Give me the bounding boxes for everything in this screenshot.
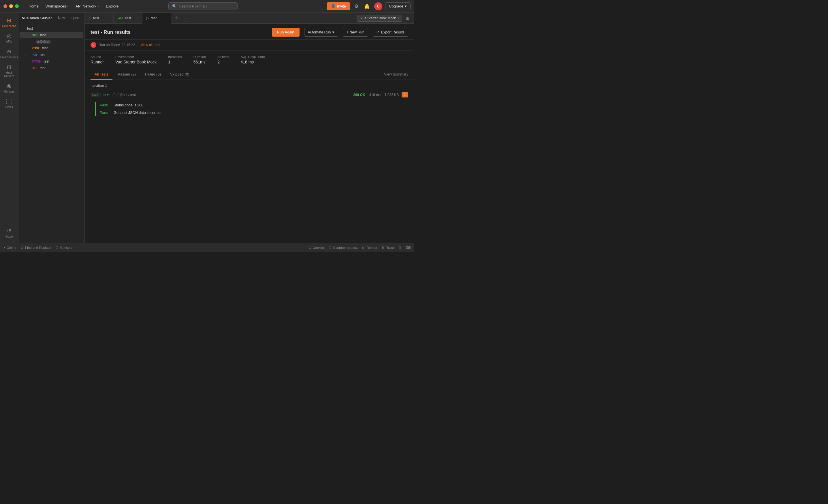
new-run-button[interactable]: + New Run — [343, 28, 368, 37]
request-method-badge: GET — [90, 92, 100, 97]
test-description: Status code is 200 — [114, 103, 143, 107]
view-all-runs-link[interactable]: View all runs — [141, 43, 160, 47]
search-input[interactable] — [179, 4, 234, 8]
tree-item-del-test[interactable]: › DEL test — [19, 65, 83, 71]
iteration-header: Iteration 1 — [85, 80, 414, 90]
chevron-down-icon: ▾ — [405, 4, 407, 8]
run-results-header: test - Run results Run Again Automate Ru… — [85, 24, 414, 40]
minimize-button[interactable] — [9, 4, 13, 8]
upgrade-button[interactable]: Upgrade ▾ — [385, 2, 411, 10]
tree-item-get-test[interactable]: › GET test — [19, 32, 83, 38]
workspace-name: Vue Mock Server — [22, 16, 54, 20]
tree-item-patch-test[interactable]: › PATCH test — [19, 58, 83, 65]
default-badge: ⊞ Default — [36, 40, 51, 44]
runner-tab-icon: ▷ — [89, 16, 91, 20]
console-button[interactable]: ⊡ Console — [56, 246, 72, 250]
tab-3[interactable]: ▷ test — [142, 13, 171, 24]
test-description: Get /test JSON data is correct — [114, 111, 161, 115]
collections-icon: ⊞ — [7, 17, 11, 24]
request-name: test — [104, 93, 110, 97]
avatar[interactable]: U — [374, 2, 382, 10]
import-button[interactable]: Import — [68, 15, 81, 21]
console-icon: ⊡ — [56, 246, 58, 250]
bottom-bar-right: ⊙ Cookies ⊡ Capture requests ▷ Runner 🗑 … — [308, 246, 411, 250]
toolbar-right: 👤 Invite ⚙ 🔔 U Upgrade ▾ — [327, 2, 411, 10]
sidebar-item-history[interactable]: ↺ History — [1, 225, 17, 241]
run-timestamp: Run on Today, 23:15:22 — [98, 43, 135, 47]
filter-tab-passed[interactable]: Passed (2) — [114, 69, 140, 80]
sidebar-item-monitors[interactable]: ◉ Monitors — [1, 80, 17, 95]
tabs-bar-right: Vue Starter Book Mock ▾ ⊞ — [357, 14, 414, 22]
capture-icon: ⊡ — [329, 246, 332, 250]
view-summary-button[interactable]: View Summary — [384, 70, 408, 79]
sidebar-header-actions: New Import — [56, 15, 81, 21]
nav-workspaces[interactable]: Workspaces ▾ — [43, 3, 72, 10]
filter-tab-all[interactable]: All Tests — [90, 69, 113, 80]
runner-button[interactable]: ▷ Runner — [362, 246, 377, 250]
tabs-bar: ▷ test GET test ▷ test + ··· Vue Starter… — [85, 13, 414, 24]
history-icon: ↺ — [7, 228, 11, 234]
sidebar-item-mock-servers[interactable]: ⊡ Mock Servers — [1, 62, 17, 80]
tab-1[interactable]: ▷ test — [85, 13, 114, 24]
tree-item-post-test[interactable]: › POST test — [19, 45, 83, 51]
sidebar-icons: ⊞ Collections ◎ APIs ⊛ Environments ⊡ Mo… — [0, 13, 18, 243]
new-collection-button[interactable]: New — [56, 15, 67, 21]
method-badge-get: GET — [31, 34, 39, 37]
notifications-button[interactable]: 🔔 — [363, 2, 371, 10]
environment-settings-button[interactable]: ⊞ — [405, 14, 411, 22]
search-icon: 🔍 — [172, 4, 177, 8]
filter-tabs: All Tests Passed (2) Failed (0) Skipped … — [85, 69, 414, 80]
chevron-icon: › — [25, 60, 30, 63]
grid-view-button[interactable]: ⊞ — [399, 246, 402, 250]
run-again-button[interactable]: Run Again — [272, 28, 299, 37]
more-tabs-button[interactable]: ··· — [181, 13, 191, 24]
trash-button[interactable]: 🗑 Trash — [381, 246, 395, 250]
cookies-button[interactable]: ⊙ Cookies — [308, 246, 325, 250]
stat-duration: Duration 561ms — [194, 55, 206, 64]
content-area: test - Run results Run Again Automate Ru… — [85, 24, 414, 243]
tab-2[interactable]: GET test — [114, 13, 142, 24]
export-icon: ↗ — [376, 30, 380, 34]
mock-servers-icon: ⊡ — [7, 64, 11, 70]
test-pass-label: Pass — [100, 103, 110, 107]
maximize-button[interactable] — [15, 4, 19, 8]
sidebar-item-collections[interactable]: ⊞ Collections — [1, 15, 17, 30]
sidebar-item-apis[interactable]: ◎ APIs — [1, 31, 17, 46]
runner-tab-icon: ▷ — [147, 16, 149, 20]
tree-collection-root[interactable]: › test — [19, 26, 83, 32]
automate-run-button[interactable]: Automate Run ▾ — [304, 28, 338, 37]
test-results: Pass Status code is 200 Pass Get /test J… — [85, 100, 414, 118]
filter-tab-failed[interactable]: Failed (0) — [141, 69, 165, 80]
stat-source: Source Runner — [90, 55, 104, 64]
invite-button[interactable]: 👤 Invite — [327, 2, 350, 10]
close-button[interactable] — [3, 4, 7, 8]
get-method-icon: GET — [118, 16, 124, 19]
run-avatar: U — [90, 42, 96, 48]
sidebar-item-environments[interactable]: ⊛ Environments — [1, 46, 17, 61]
test-result-row-2: Pass Get /test JSON data is correct — [95, 109, 408, 116]
request-row[interactable]: GET test {{url}}/test / test 200 OK 418 … — [85, 90, 414, 100]
keyboard-shortcut-button[interactable]: ⌨ — [406, 246, 411, 250]
sidebar-item-flows[interactable]: ⋮⋮ Flows — [1, 96, 17, 111]
stat-environment: Environment Vue Starter Book Mock — [115, 55, 157, 64]
find-replace-icon: ⊙ — [21, 246, 24, 250]
add-tab-button[interactable]: + — [171, 13, 181, 24]
tree-item-default[interactable]: ⊞ Default — [19, 39, 83, 45]
response-time: 418 ms — [369, 93, 380, 97]
chevron-icon: › — [25, 67, 30, 70]
filter-tab-skipped[interactable]: Skipped (0) — [166, 69, 193, 80]
search-bar[interactable]: 🔍 — [168, 2, 238, 10]
find-replace-button[interactable]: ⊙ Find and Replace — [21, 246, 51, 250]
tree-item-put-test[interactable]: › PUT test — [19, 52, 83, 58]
settings-button[interactable]: ⚙ — [353, 2, 360, 10]
export-results-button[interactable]: ↗ Export Results — [373, 28, 408, 37]
online-status: ● Online — [3, 246, 16, 249]
sidebar-tree: › test › GET test ⊞ Default › POST test — [18, 24, 84, 243]
chevron-icon: › — [26, 33, 29, 37]
nav-explore[interactable]: Explore — [103, 3, 121, 10]
iteration-badge: 1 — [402, 92, 408, 97]
capture-requests-button[interactable]: ⊡ Capture requests — [329, 246, 358, 250]
environment-selector[interactable]: Vue Starter Book Mock ▾ — [357, 15, 402, 22]
nav-api-network[interactable]: API Network ▾ — [73, 3, 102, 10]
nav-home[interactable]: Home — [26, 3, 42, 10]
